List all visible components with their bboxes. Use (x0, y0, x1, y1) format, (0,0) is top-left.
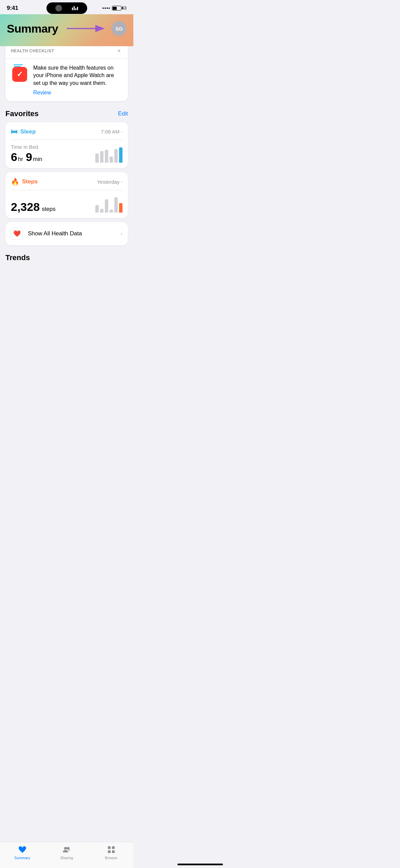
heart-icon: ❤️ (13, 230, 21, 237)
sleep-hours-unit: hr (18, 156, 23, 163)
status-right: 53 (102, 6, 127, 11)
steps-chevron: › (121, 179, 122, 184)
dynamic-island (46, 2, 87, 14)
page-title: Summary (7, 22, 58, 35)
steps-time: Yesterday › (97, 179, 122, 185)
sleep-hours: 6 (11, 151, 17, 163)
battery-level: 53 (122, 6, 127, 11)
header-section: Summary SG (0, 14, 133, 46)
favorites-title: Favorites (5, 109, 39, 118)
checkmark-icon: ✓ (17, 70, 23, 79)
sleep-metric-label: Time In Bed (11, 144, 42, 150)
checklist-title: HEALTH CHECKLIST (11, 49, 54, 53)
steps-card-header: 🔥 Steps Yesterday › (11, 178, 122, 186)
trends-section: Trends (5, 253, 128, 262)
health-checklist-card: HEALTH CHECKLIST × ✓ Make sure the Healt… (5, 43, 128, 101)
flame-icon: 🔥 (11, 178, 19, 186)
battery-indicator: 53 (112, 6, 127, 11)
checklist-body: ✓ Make sure the Health features on your … (5, 59, 128, 101)
steps-bottom: 2,328 steps (11, 194, 122, 213)
di-avatar (55, 5, 62, 12)
sleep-chart (95, 146, 122, 163)
profile-avatar[interactable]: SG (112, 21, 127, 36)
checklist-description: Make sure the Health features on your iP… (33, 64, 122, 87)
header-right: SG (67, 21, 127, 36)
sleep-minutes: 9 (26, 151, 32, 163)
main-content: HEALTH CHECKLIST × ✓ Make sure the Healt… (0, 43, 133, 300)
favorites-header: Favorites Edit (5, 109, 128, 118)
steps-chart (95, 196, 122, 213)
sleep-chevron: › (121, 129, 122, 134)
steps-category: 🔥 Steps (11, 178, 38, 186)
sleep-card[interactable]: 🛏 Sleep 7:06 AM › Time In Bed 6 hr 9 min (5, 122, 128, 168)
review-link[interactable]: Review (33, 90, 51, 95)
show-all-label: Show All Health Data (28, 230, 82, 237)
signal-dots (102, 7, 110, 9)
sleep-icon: 🛏 (11, 128, 18, 135)
header-row: Summary SG (7, 21, 127, 36)
status-time: 9:41 (7, 5, 18, 12)
steps-divider (11, 190, 122, 190)
sleep-minutes-unit: min (33, 156, 42, 163)
arrow-icon (67, 22, 108, 35)
steps-value: 2,328 (11, 201, 40, 213)
heart-icon-bg: ❤️ (11, 228, 23, 240)
sleep-time: 7:06 AM › (101, 129, 122, 134)
checklist-icon: ✓ (11, 64, 28, 82)
show-all-card[interactable]: ❤️ Show All Health Data › (5, 222, 128, 245)
steps-card[interactable]: 🔥 Steps Yesterday › 2,328 steps (5, 172, 128, 218)
di-bars (72, 6, 78, 10)
steps-unit: steps (42, 206, 56, 213)
show-all-chevron: › (120, 230, 122, 237)
show-all-left: ❤️ Show All Health Data (11, 228, 82, 240)
status-bar: 9:41 53 (0, 0, 133, 14)
sleep-category: 🛏 Sleep (11, 128, 36, 135)
sleep-bottom: Time In Bed 6 hr 9 min (11, 144, 122, 163)
trends-title: Trends (5, 253, 128, 262)
sleep-divider (11, 140, 122, 140)
sleep-card-header: 🛏 Sleep 7:06 AM › (11, 128, 122, 135)
edit-button[interactable]: Edit (118, 110, 128, 117)
close-button[interactable]: × (116, 48, 122, 54)
checklist-text-area: Make sure the Health features on your iP… (33, 64, 122, 96)
